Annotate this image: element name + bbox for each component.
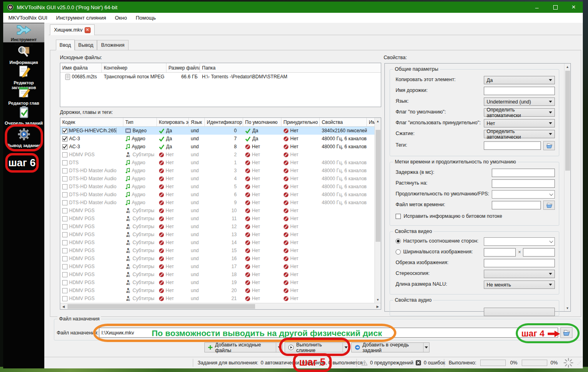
- track-checkbox[interactable]: [62, 208, 67, 213]
- track-row[interactable]: HDMV PGSBACСубтитрыНетund13НетНет: [60, 231, 374, 239]
- maximize-button[interactable]: [546, 2, 564, 13]
- tags-input[interactable]: [484, 141, 541, 150]
- scroll-up-icon[interactable]: ▲: [564, 64, 570, 70]
- menu-help[interactable]: Помощь: [131, 13, 160, 23]
- sidebar-item-chapter-editor[interactable]: Редактор глав: [3, 85, 44, 105]
- width-input[interactable]: [484, 248, 516, 257]
- track-row[interactable]: MPEG-H/HEVC/h.265ВидеоДаund0ДаНет3840x21…: [60, 127, 374, 135]
- track-checkbox[interactable]: [62, 256, 67, 261]
- resize-grip[interactable]: ⋰: [577, 357, 581, 368]
- copy-item-dropdown[interactable]: Да: [484, 76, 555, 84]
- track-checkbox[interactable]: [62, 248, 67, 253]
- track-row[interactable]: AC-3АудиоДаund8НетНет48000 Гц, 6 каналов: [60, 143, 374, 151]
- track-checkbox[interactable]: [62, 168, 67, 173]
- col-language[interactable]: Язык: [189, 118, 205, 126]
- track-row[interactable]: HDMV PGSBACСубтитрыНетund18НетНет: [60, 271, 374, 279]
- destination-browse-button[interactable]: [560, 327, 572, 338]
- track-row[interactable]: HDMV PGSBACСубтитрыНетund10НетНет: [60, 207, 374, 215]
- track-checkbox[interactable]: [62, 192, 67, 197]
- forced-flag-dropdown[interactable]: Нет: [484, 119, 555, 127]
- sidebar-item-job-output[interactable]: Вывод задания: [3, 127, 44, 148]
- menu-mkvtoolnix-gui[interactable]: MKVToolNix GUI: [4, 13, 52, 23]
- start-muxing-button[interactable]: Выполнить слияние: [285, 342, 349, 352]
- nalu-dropdown[interactable]: Не менять: [484, 280, 555, 289]
- track-name-input[interactable]: [484, 87, 555, 95]
- sidebar-item-info[interactable]: Информация: [3, 44, 44, 65]
- fix-bitstream-checkbox[interactable]: [396, 214, 401, 219]
- menu-merge-tool[interactable]: Инструмент слияния: [52, 13, 111, 23]
- track-checkbox[interactable]: [62, 232, 67, 237]
- track-checkbox[interactable]: [62, 160, 67, 165]
- delay-input[interactable]: [492, 169, 555, 177]
- source-file-row[interactable]: 00685.m2ts Транспортный поток MPEG 66.6 …: [60, 73, 381, 81]
- track-row[interactable]: HDMV PGSBACСубтитрыНетund16НетНет: [60, 255, 374, 263]
- col-file-name[interactable]: Имя файла: [60, 63, 102, 72]
- track-checkbox[interactable]: [62, 152, 67, 157]
- minimize-button[interactable]: –: [528, 2, 546, 13]
- tracks-table[interactable]: Кодек Тип Копировать э Язык Идентификато…: [60, 117, 381, 310]
- track-row[interactable]: DTS-HD Master AudioАудиоНетund5НетНет480…: [60, 183, 374, 191]
- col-default[interactable]: По умолчанию: [243, 118, 281, 126]
- track-checkbox[interactable]: [62, 272, 67, 277]
- track-row[interactable]: HDMV PGSBACСубтитрыНетund12НетНет: [60, 223, 374, 231]
- track-row[interactable]: HDMV PGSBACСубтитрыНетund11НетНет: [60, 215, 374, 223]
- col-id[interactable]: Идентификатор: [205, 118, 243, 126]
- track-checkbox[interactable]: [62, 128, 67, 133]
- properties-scroll-thumb[interactable]: [565, 71, 570, 171]
- col-name-truncated[interactable]: Им: [367, 118, 374, 126]
- track-row[interactable]: HDMV PGSBACСубтитрыНетund21НетНет: [60, 294, 374, 302]
- track-checkbox[interactable]: [62, 240, 67, 245]
- menu-window[interactable]: Окно: [111, 13, 131, 23]
- track-row[interactable]: HDMV PGSBACСубтитрыНетund20НетНет: [60, 286, 374, 294]
- col-container[interactable]: Контейнер: [102, 63, 166, 72]
- default-duration-combo[interactable]: [492, 190, 555, 199]
- aspect-ratio-combo[interactable]: [484, 237, 555, 246]
- track-row[interactable]: DTS-HD Master AudioАудиоНетund3НетНет480…: [60, 167, 374, 175]
- track-checkbox[interactable]: [62, 280, 67, 285]
- aspect-ratio-radio[interactable]: [396, 239, 401, 244]
- track-checkbox[interactable]: [62, 136, 67, 141]
- sidebar-item-job-queue[interactable]: Очередь заданий: [3, 105, 44, 125]
- sidebar-item-merge-tool[interactable]: Инструмент слияния: [3, 23, 44, 42]
- tab-file[interactable]: Хищник.mkv ✕: [50, 24, 95, 35]
- dimensions-radio[interactable]: [396, 249, 401, 255]
- close-button[interactable]: ×: [564, 2, 583, 13]
- default-flag-dropdown[interactable]: Определить автоматически: [484, 108, 555, 117]
- track-row[interactable]: HDMV PGSBACСубтитрыНетund15НетНет: [60, 247, 374, 255]
- add-source-files-dropdown[interactable]: [276, 343, 282, 352]
- timestamps-file-input[interactable]: [492, 201, 541, 209]
- col-codec[interactable]: Кодек: [60, 118, 123, 126]
- source-files-table[interactable]: Имя файла Контейнер Размер файла Папка 0…: [60, 63, 381, 107]
- scroll-right-icon[interactable]: ▶: [374, 303, 381, 310]
- track-checkbox[interactable]: [62, 184, 67, 189]
- properties-scrollbar[interactable]: ▲ ▼: [564, 64, 570, 311]
- col-copy[interactable]: Копировать э: [157, 118, 189, 126]
- add-source-files-button[interactable]: Добавить исходные файлы: [204, 342, 283, 352]
- tab-attachments[interactable]: Вложения: [97, 40, 129, 50]
- col-forced[interactable]: Принудительно: [281, 118, 320, 126]
- audio-dropdown-partial[interactable]: [484, 308, 555, 316]
- cropping-input[interactable]: [484, 259, 555, 267]
- height-input[interactable]: [523, 248, 555, 257]
- track-checkbox[interactable]: [62, 176, 67, 181]
- destination-input[interactable]: [99, 328, 558, 338]
- track-row[interactable]: HDMV PGSBACСубтитрыНетund14НетНет: [60, 239, 374, 247]
- stretch-input[interactable]: [492, 179, 555, 188]
- timestamps-file-browse-button[interactable]: [543, 201, 555, 210]
- track-row[interactable]: DTS-HD Master AudioАудиоНетund4НетНет480…: [60, 175, 374, 183]
- tracks-vscroll-thumb[interactable]: [376, 130, 380, 242]
- scroll-down-icon[interactable]: ▼: [375, 296, 381, 303]
- add-to-job-queue-button[interactable]: Добавить в очередь заданий: [351, 342, 430, 352]
- stereoscopy-dropdown[interactable]: [484, 270, 555, 278]
- track-row[interactable]: DTS-HD Master AudioАудиоНетund9НетНет480…: [60, 199, 374, 207]
- track-checkbox[interactable]: [62, 264, 67, 269]
- tracks-hscroll-thumb[interactable]: [67, 304, 255, 309]
- scroll-down-icon[interactable]: ▼: [564, 305, 570, 311]
- start-muxing-dropdown[interactable]: [343, 343, 349, 352]
- track-row[interactable]: DTS-HD Master AudioАудиоНетund6НетНет480…: [60, 191, 374, 199]
- scroll-up-icon[interactable]: ▲: [375, 118, 381, 124]
- col-folder[interactable]: Папка: [200, 63, 381, 72]
- col-type[interactable]: Тип: [123, 118, 157, 126]
- tab-input[interactable]: Ввод: [56, 40, 75, 50]
- track-checkbox[interactable]: [62, 224, 67, 229]
